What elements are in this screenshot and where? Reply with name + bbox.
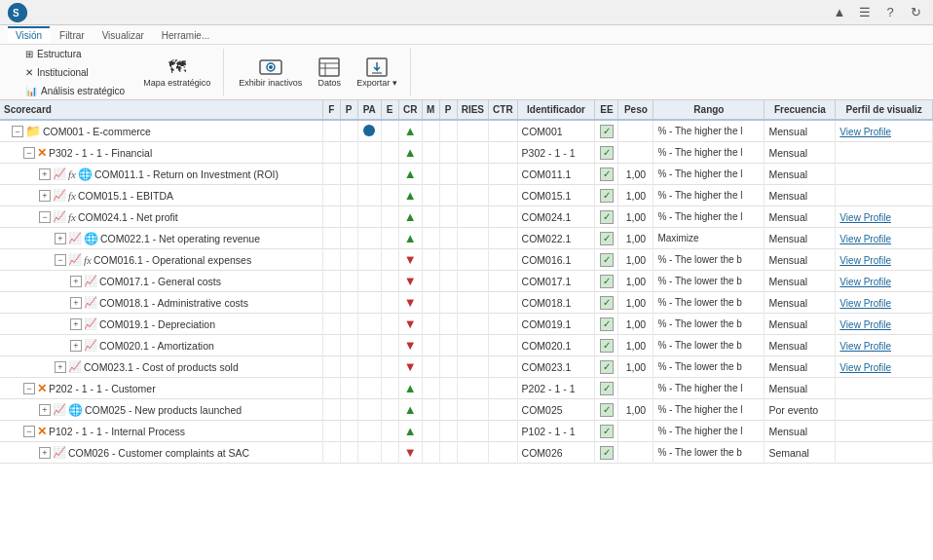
metric-icon: 📈	[84, 339, 97, 352]
row-name-cell: +📈COM018.1 - Administrative costs	[0, 292, 322, 314]
expand-button[interactable]: −	[12, 126, 23, 137]
expand-button[interactable]: +	[70, 297, 82, 309]
ee-checkbox[interactable]	[600, 446, 614, 460]
frecuencia-cell: Mensual	[765, 120, 836, 142]
pa-cell	[357, 271, 381, 292]
ribbon-item-analisis[interactable]: 📊 Análisis estratégico	[16, 83, 134, 99]
expand-button[interactable]: +	[39, 190, 51, 202]
peso-cell: 1,00	[618, 271, 653, 292]
perfil-cell: View Profile	[836, 314, 933, 335]
expand-button[interactable]: −	[23, 147, 35, 159]
view-profile-link[interactable]: View Profile	[840, 277, 891, 287]
metric-icon: 📈	[53, 189, 66, 202]
ribbon-item-estructura[interactable]: ⊞ Estructura	[16, 46, 134, 62]
estructura-icon: ⊞	[25, 49, 33, 59]
expand-button[interactable]: +	[39, 447, 51, 459]
m-cell	[422, 421, 439, 442]
pa-cell	[357, 228, 381, 249]
ee-cell	[595, 399, 618, 421]
pa-cell	[357, 335, 381, 356]
top-bar: S ▲ ☰ ? ↻	[0, 0, 933, 25]
expand-button[interactable]: −	[39, 211, 51, 223]
view-profile-link[interactable]: View Profile	[840, 255, 891, 266]
frecuencia-cell: Mensual	[765, 335, 836, 356]
row-name-text: P202 - 1 - 1 - Customer	[49, 383, 156, 394]
view-profile-link[interactable]: View Profile	[840, 319, 891, 330]
p2-cell	[439, 249, 457, 271]
ee-checkbox[interactable]	[600, 317, 614, 331]
ee-checkbox[interactable]	[600, 232, 614, 245]
refresh-icon[interactable]: ↻	[906, 3, 925, 22]
view-profile-link[interactable]: View Profile	[840, 362, 891, 373]
view-profile-link[interactable]: View Profile	[840, 234, 891, 244]
view-profile-link[interactable]: View Profile	[840, 341, 891, 352]
folder-icon: 📁	[25, 124, 41, 138]
view-profile-link[interactable]: View Profile	[840, 212, 891, 223]
table-area[interactable]: Scorecard F P PA E CR M P RIES CTR Ident…	[0, 100, 933, 560]
svg-text:S: S	[13, 8, 19, 19]
ee-checkbox[interactable]	[600, 382, 614, 395]
ee-checkbox[interactable]	[600, 125, 614, 138]
ries-cell	[457, 335, 488, 356]
expand-button[interactable]: +	[39, 404, 51, 416]
ee-checkbox[interactable]	[600, 296, 614, 310]
expand-button[interactable]: +	[70, 318, 82, 330]
expand-button[interactable]: +	[70, 340, 82, 352]
tab-filtrar[interactable]: Filtrar	[52, 26, 93, 43]
table-row: +📈COM023.1 - Cost of products sold ▼COM0…	[0, 356, 933, 378]
expand-button[interactable]: +	[70, 276, 82, 287]
expand-button[interactable]: −	[23, 426, 35, 437]
ctr-cell	[489, 378, 518, 399]
header-peso: Peso	[618, 100, 653, 120]
header-rango: Rango	[653, 100, 765, 120]
trend-up-icon: ▲	[404, 145, 417, 160]
f-cell	[322, 206, 340, 228]
rango-cell: % - The lower the b	[653, 271, 765, 292]
trend-up-icon: ▲	[404, 124, 417, 138]
list-icon[interactable]: ☰	[855, 3, 875, 22]
ribbon-btn-mapa[interactable]: 🗺 Mapa estratégico	[138, 53, 215, 92]
trend-down-icon: ▼	[404, 445, 417, 460]
ee-checkbox[interactable]	[600, 360, 614, 374]
ee-checkbox[interactable]	[600, 189, 614, 203]
ee-checkbox[interactable]	[600, 403, 614, 417]
f-cell	[322, 442, 340, 464]
ee-checkbox[interactable]	[600, 210, 614, 224]
ribbon-btn-datos[interactable]: Datos	[311, 53, 348, 92]
frecuencia-cell: Por evento	[765, 399, 836, 421]
ee-checkbox[interactable]	[600, 253, 614, 267]
tab-visualizar[interactable]: Visualizar	[94, 26, 152, 43]
row-name-text: COM001 - E-commerce	[43, 126, 151, 137]
f-cell	[322, 120, 340, 142]
formula-icon: fx	[84, 254, 92, 266]
ee-checkbox[interactable]	[600, 168, 614, 181]
expand-button[interactable]: +	[55, 361, 66, 373]
expand-button[interactable]: +	[39, 168, 51, 180]
ee-checkbox[interactable]	[600, 275, 614, 288]
cr-cell: ▲	[398, 185, 422, 206]
e-cell	[381, 335, 398, 356]
category-icon: ✕	[37, 425, 47, 438]
expand-button[interactable]: +	[55, 233, 66, 244]
ribbon-item-institucional[interactable]: ✕ Institucional	[16, 64, 134, 81]
tab-herramientas[interactable]: Herramie...	[154, 26, 217, 43]
ribbon-btn-exhibir[interactable]: Exhibir inactivos	[234, 53, 307, 92]
mapa-icon: 🗺	[164, 56, 191, 79]
ee-checkbox[interactable]	[600, 425, 614, 438]
ee-checkbox[interactable]	[600, 146, 614, 160]
ctr-cell	[489, 142, 518, 164]
ee-checkbox[interactable]	[600, 339, 614, 353]
view-profile-link[interactable]: View Profile	[840, 127, 891, 137]
nav-up-icon[interactable]: ▲	[830, 3, 849, 22]
p2-cell	[439, 335, 457, 356]
p2-cell	[439, 120, 457, 142]
p2-cell	[439, 164, 457, 185]
expand-button[interactable]: −	[23, 383, 35, 394]
view-profile-link[interactable]: View Profile	[840, 298, 891, 309]
expand-button[interactable]: −	[55, 254, 66, 266]
ribbon-btn-exportar[interactable]: Exportar ▾	[352, 53, 402, 92]
tab-vision[interactable]: Visión	[8, 26, 50, 43]
help-icon[interactable]: ?	[880, 3, 900, 22]
metric-icon: 📈	[68, 232, 82, 244]
ries-cell	[457, 399, 488, 421]
